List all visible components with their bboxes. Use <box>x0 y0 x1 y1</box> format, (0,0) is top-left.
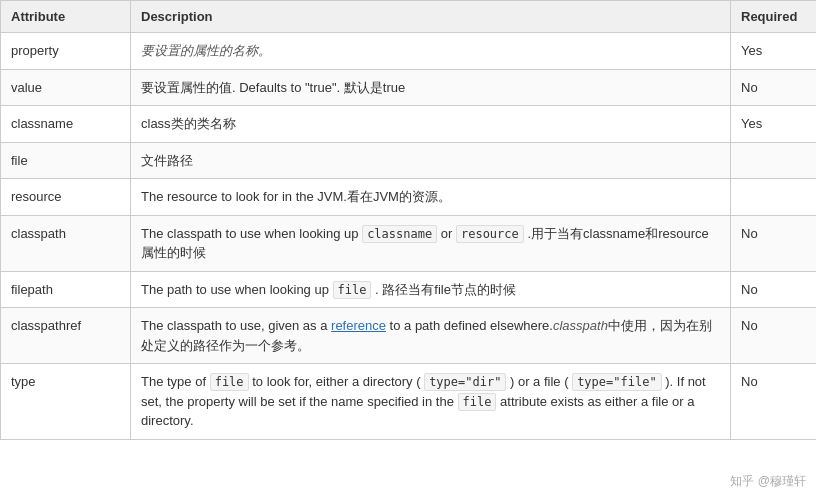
header-attribute: Attribute <box>1 1 131 33</box>
required-cell <box>731 142 817 179</box>
table-row: property要设置的属性的名称。Yes <box>1 33 817 70</box>
required-cell: Yes <box>731 33 817 70</box>
required-cell: No <box>731 69 817 106</box>
reference-link[interactable]: reference <box>331 318 386 333</box>
attribute-cell: classpath <box>1 215 131 271</box>
description-cell: 要设置属性的值. Defaults to "true". 默认是true <box>131 69 731 106</box>
attribute-cell: value <box>1 69 131 106</box>
attribute-cell: file <box>1 142 131 179</box>
table-row: file文件路径 <box>1 142 817 179</box>
table-row: resourceThe resource to look for in the … <box>1 179 817 216</box>
description-cell: The resource to look for in the JVM.看在JV… <box>131 179 731 216</box>
required-cell: Yes <box>731 106 817 143</box>
table-row: filepathThe path to use when looking up … <box>1 271 817 308</box>
attribute-cell: type <box>1 364 131 440</box>
description-cell: The path to use when looking up file . 路… <box>131 271 731 308</box>
table-row: typeThe type of file to look for, either… <box>1 364 817 440</box>
table-row: classpathrefThe classpath to use, given … <box>1 308 817 364</box>
required-cell: No <box>731 364 817 440</box>
attribute-cell: classpathref <box>1 308 131 364</box>
required-cell: No <box>731 271 817 308</box>
description-cell: 要设置的属性的名称。 <box>131 33 731 70</box>
required-cell <box>731 179 817 216</box>
header-description: Description <box>131 1 731 33</box>
table-row: classpathThe classpath to use when looki… <box>1 215 817 271</box>
description-cell: class类的类名称 <box>131 106 731 143</box>
attribute-cell: property <box>1 33 131 70</box>
required-cell: No <box>731 308 817 364</box>
table-row: classnameclass类的类名称Yes <box>1 106 817 143</box>
description-cell: The classpath to use, given as a referen… <box>131 308 731 364</box>
description-cell: 文件路径 <box>131 142 731 179</box>
required-cell: No <box>731 215 817 271</box>
attributes-table: Attribute Description Required property要… <box>0 0 816 440</box>
attribute-cell: resource <box>1 179 131 216</box>
table-row: value要设置属性的值. Defaults to "true". 默认是tru… <box>1 69 817 106</box>
header-required: Required <box>731 1 817 33</box>
attribute-cell: classname <box>1 106 131 143</box>
description-cell: The type of file to look for, either a d… <box>131 364 731 440</box>
attribute-cell: filepath <box>1 271 131 308</box>
description-cell: The classpath to use when looking up cla… <box>131 215 731 271</box>
